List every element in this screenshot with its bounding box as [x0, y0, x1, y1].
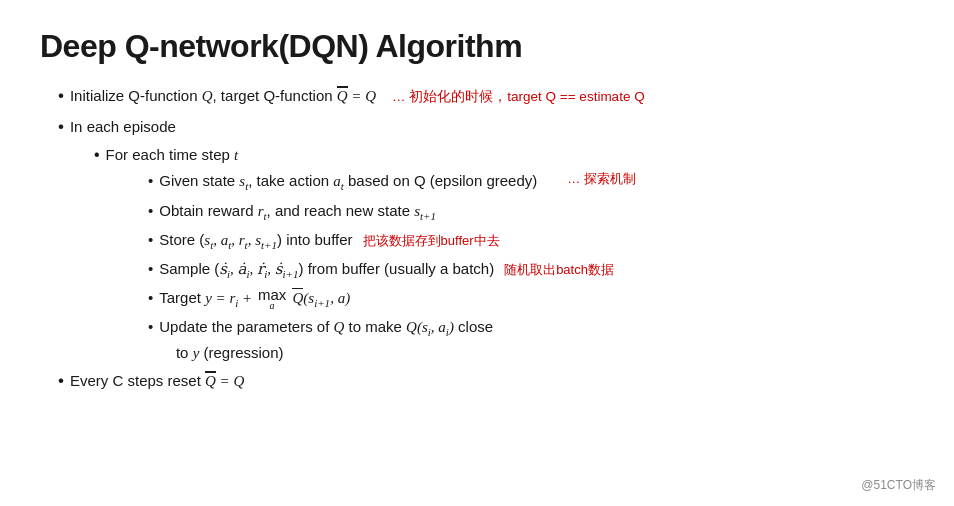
content-area: • Initialize Q-function Q, target Q-func…: [40, 83, 914, 394]
bullet-init: •: [58, 83, 64, 109]
update-text: Update the parameters of Q to make Q(si,…: [159, 315, 493, 365]
bullet-given-state: •: [148, 169, 153, 192]
bullet-obtain-reward: •: [148, 199, 153, 222]
bullet-update: •: [148, 315, 153, 338]
given-state-text: Given state st, take action at based on …: [159, 169, 537, 195]
list-item-given-state: • Given state st, take action at based o…: [148, 169, 914, 195]
target-text: Target y = ri + max a Q(si+1, a): [159, 286, 350, 312]
init-text: Initialize Q-function Q, target Q-functi…: [70, 84, 376, 108]
bullet-store: •: [148, 228, 153, 251]
bullet-episode: •: [58, 114, 64, 140]
reset-text: Every C steps reset Q = Q: [70, 369, 244, 393]
timestep-text: For each time step t: [106, 143, 239, 167]
list-item-reset: • Every C steps reset Q = Q: [58, 368, 914, 394]
watermark: @51CTO博客: [861, 477, 936, 494]
store-note: 把该数据存到buffer中去: [363, 231, 500, 251]
list-item-update: • Update the parameters of Q to make Q(s…: [148, 315, 914, 365]
list-item-episode: • In each episode • For each time step t…: [58, 114, 914, 365]
list-item-init: • Initialize Q-function Q, target Q-func…: [58, 83, 914, 109]
level3-items: • Given state st, take action at based o…: [148, 169, 914, 365]
bullet-reset: •: [58, 368, 64, 394]
bullet-target: •: [148, 286, 153, 309]
given-state-note: … 探索机制: [567, 169, 636, 189]
list-item-sample: • Sample (ṡi, ȧi, ṙi, ṡi+1) from buf…: [148, 257, 914, 283]
slide: Deep Q-network(DQN) Algorithm • Initiali…: [0, 0, 954, 506]
store-text: Store (st, at, rt, st+1) into buffer: [159, 228, 352, 254]
bullet-sample: •: [148, 257, 153, 280]
page-title: Deep Q-network(DQN) Algorithm: [40, 28, 914, 65]
list-item-obtain-reward: • Obtain reward rt, and reach new state …: [148, 199, 914, 225]
sample-text: Sample (ṡi, ȧi, ṙi, ṡi+1) from buffe…: [159, 257, 494, 283]
list-item-target: • Target y = ri + max a Q(si+1, a): [148, 286, 914, 312]
list-item-store: • Store (st, at, rt, st+1) into buffer 把…: [148, 228, 914, 254]
sample-note: 随机取出batch数据: [504, 260, 614, 280]
bullet-timestep: •: [94, 143, 100, 168]
obtain-reward-text: Obtain reward rt, and reach new state st…: [159, 199, 436, 225]
list-item-timestep: • For each time step t • Given state st,…: [94, 143, 914, 365]
init-note: … 初始化的时候，target Q == estimate Q: [392, 87, 645, 108]
episode-text: In each episode: [70, 115, 176, 138]
